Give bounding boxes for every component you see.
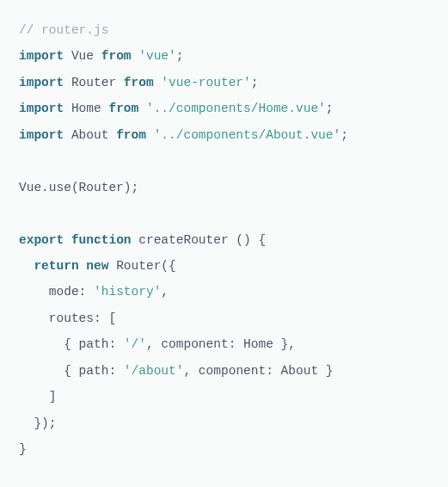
string-literal: 'vue-router' — [161, 76, 250, 89]
indent — [19, 285, 49, 299]
code-comment: // router.js — [19, 23, 108, 37]
keyword-import: import — [19, 102, 64, 115]
keyword-return: return — [34, 259, 78, 273]
keyword-new: new — [86, 259, 108, 273]
indent — [19, 259, 34, 273]
string-literal: '../components/About.vue' — [154, 128, 341, 142]
space — [108, 259, 116, 273]
indent — [19, 337, 64, 351]
keyword-from: from — [108, 102, 138, 115]
object-open: { path: — [64, 337, 124, 351]
object-rest: , component: Home }, — [146, 337, 296, 351]
object-rest: , component: About } — [183, 364, 333, 378]
indent — [19, 311, 49, 325]
property-key: routes: [ — [49, 311, 116, 325]
indent — [19, 416, 34, 430]
code-block: // router.js import Vue from 'vue'; impo… — [19, 17, 429, 462]
space — [132, 49, 139, 63]
string-literal: '/' — [124, 337, 146, 351]
keyword-import: import — [19, 76, 64, 89]
space — [64, 233, 71, 247]
indent — [19, 390, 49, 404]
space — [138, 102, 146, 115]
object-open: { path: — [64, 364, 124, 378]
keyword-function: function — [71, 233, 132, 247]
space — [132, 233, 139, 247]
punct: ; — [341, 128, 348, 142]
punct: , — [161, 285, 169, 299]
code-line: Vue.use(Router); — [19, 181, 138, 194]
indent — [19, 364, 64, 378]
identifier: Vue — [64, 49, 101, 63]
keyword-from: from — [101, 49, 132, 63]
string-literal: 'vue' — [138, 49, 176, 63]
keyword-from: from — [124, 76, 154, 89]
string-literal: '../components/Home.vue' — [146, 102, 326, 115]
string-literal: 'history' — [94, 285, 161, 299]
punct: }); — [34, 416, 56, 430]
identifier: Home — [64, 102, 108, 115]
space — [146, 128, 154, 142]
punct: ] — [49, 390, 57, 404]
keyword-import: import — [19, 49, 64, 63]
punct: } — [19, 442, 27, 456]
keyword-from: from — [116, 128, 146, 142]
keyword-import: import — [19, 128, 64, 142]
punct: ; — [326, 102, 334, 115]
identifier: Router — [64, 76, 124, 89]
property-key: mode: — [49, 285, 94, 299]
punct: ; — [251, 76, 259, 89]
function-name: createRouter — [138, 233, 228, 247]
punct: () { — [229, 233, 267, 247]
string-literal: '/about' — [124, 364, 184, 378]
keyword-export: export — [19, 233, 64, 247]
punct: ; — [176, 49, 184, 63]
identifier: About — [64, 128, 116, 142]
identifier: Router({ — [116, 259, 176, 273]
